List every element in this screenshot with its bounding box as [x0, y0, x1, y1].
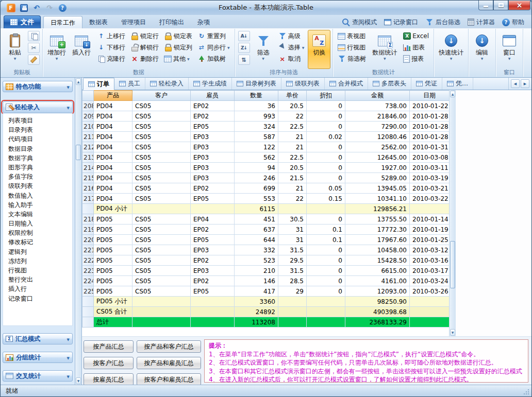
cell-employee[interactable] [191, 204, 235, 214]
undo-button[interactable] [31, 3, 42, 13]
insert-row-button[interactable]: 插入行 [70, 30, 93, 69]
sidebar-item[interactable]: 记录窗口 [3, 294, 72, 303]
by-product-summary-button[interactable]: 按产品汇总 [84, 340, 134, 353]
column-header-amount[interactable]: 金额 [345, 91, 410, 101]
sidebar-scroll-thumb[interactable] [76, 145, 81, 160]
sidebar-item[interactable]: 目录列表 [3, 125, 72, 134]
cell-unit-price[interactable]: 21.5 [278, 173, 307, 183]
cell-quantity[interactable]: 6115 [235, 204, 278, 214]
cell-date[interactable]: 2010-03-26 [410, 286, 450, 297]
cell-product[interactable]: PD04 小计 [94, 204, 132, 214]
cell-date[interactable] [410, 297, 450, 307]
ribbon-tab-manage-project[interactable]: 管理项目 [114, 16, 153, 28]
cell-customer[interactable]: CS05 [132, 132, 191, 142]
cell-discount[interactable] [307, 317, 345, 327]
cell-discount[interactable]: 0 [307, 266, 345, 276]
cell-date[interactable]: 2010-03-22 [410, 194, 450, 204]
cell-date[interactable]: 2010-01-28 [410, 111, 450, 122]
cell-amount[interactable]: 98250.90 [345, 297, 410, 307]
cell-quantity[interactable]: 562 [235, 152, 278, 163]
cell-employee[interactable]: EP05 [191, 286, 235, 297]
move-row-up-button[interactable]: 上移行 [95, 31, 127, 41]
cell-employee[interactable]: EP05 [191, 122, 235, 132]
sidebar-item[interactable]: 代码项目 [3, 134, 72, 144]
sidebar-item[interactable]: 图形字典 [3, 163, 72, 172]
cell-employee[interactable]: EP02 [191, 276, 235, 286]
cell-product[interactable]: PD04 [94, 194, 132, 204]
chart-button[interactable]: 图表 [402, 42, 430, 53]
table-view-button[interactable]: 表视图 [336, 31, 368, 41]
cell-date[interactable]: 2010-03-08 [410, 152, 450, 163]
close-button[interactable] [508, 1, 530, 10]
cell-unit-price[interactable]: 21 [278, 142, 307, 152]
row-number-cell[interactable]: 209 [82, 111, 94, 122]
file-menu-button[interactable]: 文件 [4, 15, 41, 28]
cell-customer[interactable] [132, 307, 191, 317]
sidebar-item[interactable]: 文本编辑 [3, 210, 72, 219]
delete-row-button[interactable]: 删除行 [129, 54, 160, 64]
column-header-discount[interactable]: 折扣 [307, 91, 345, 101]
move-row-down-button[interactable]: 下移行 [95, 42, 127, 53]
cell-quantity[interactable]: 332 [235, 245, 278, 255]
cell-amount[interactable]: 10458.00 [345, 245, 410, 255]
row-number-cell[interactable]: 212 [82, 142, 94, 152]
cell-customer[interactable]: CS05 [132, 173, 191, 183]
row-number-cell[interactable]: 215 [82, 173, 94, 183]
cell-quantity[interactable]: 24892 [235, 307, 278, 317]
cell-date[interactable]: 2010-03-16 [410, 255, 450, 266]
cell-unit-price[interactable]: 31 [278, 225, 307, 235]
cell-date[interactable]: 2010-03-12 [410, 245, 450, 255]
cell-employee[interactable]: EP03 [191, 163, 235, 173]
cell-unit-price[interactable] [278, 297, 307, 307]
resize-grip[interactable] [523, 388, 530, 395]
row-number-cell[interactable]: 220 [82, 235, 94, 245]
sort-descending-button[interactable] [238, 43, 250, 53]
cell-unit-price[interactable]: 22 [278, 111, 307, 122]
cell-employee[interactable]: EP04 [191, 214, 235, 225]
cell-discount[interactable]: 0.05 [307, 183, 345, 194]
cell-date[interactable]: 2010-01-28 [410, 122, 450, 132]
cell-date[interactable]: 2010-01-19 [410, 225, 450, 235]
cell-amount[interactable]: 17967.60 [345, 235, 410, 245]
cell-product[interactable]: PD04 [94, 183, 132, 194]
cell-customer[interactable]: CS05 [132, 276, 191, 286]
row-number-cell[interactable] [82, 297, 94, 307]
table-scroll-thumb[interactable] [450, 241, 455, 288]
cell-amount[interactable]: 12645.00 [345, 152, 410, 163]
sidebar-panel-features[interactable]: 特色功能 [3, 81, 73, 92]
cell-product[interactable]: 总计 [94, 317, 132, 327]
cell-date[interactable]: 2010-03-19 [410, 173, 450, 183]
cell-quantity[interactable]: 417 [235, 286, 278, 297]
cell-discount[interactable]: 0 [307, 245, 345, 255]
doc-tab-employees[interactable]: 员工 [114, 78, 145, 90]
cell-unit-price[interactable] [278, 204, 307, 214]
cell-date[interactable]: 2010-03-17 [410, 266, 450, 276]
cell-date[interactable]: 2010-01-25 [410, 235, 450, 245]
cell-amount[interactable]: 12080.46 [345, 132, 410, 142]
row-number-cell[interactable]: 208 [82, 101, 94, 111]
row-number-cell[interactable]: 217 [82, 194, 94, 204]
cell-date[interactable]: 2010-01-22 [410, 101, 450, 111]
cell-quantity[interactable]: 637 [235, 225, 278, 235]
save-button[interactable] [19, 3, 29, 13]
unlock-row-button[interactable]: 解锁行 [129, 42, 160, 53]
cell-product[interactable]: PD04 [94, 111, 132, 122]
sidebar-item[interactable]: 输入助手 [3, 200, 72, 210]
edit-button[interactable]: 编辑 [471, 30, 493, 69]
sidebar-scroll-down-button[interactable] [76, 377, 81, 384]
cell-amount[interactable]: 1927.00 [345, 163, 410, 173]
clone-row-button[interactable]: 克隆行 [95, 54, 127, 64]
load-tree-button[interactable]: 加载树 [196, 54, 231, 64]
cell-product[interactable]: PD04 [94, 142, 132, 152]
by-product-customer-summary-button[interactable]: 按产品和客户汇总 [137, 340, 201, 353]
row-number-cell[interactable] [82, 204, 94, 214]
cell-customer[interactable] [132, 317, 191, 327]
cell-product[interactable]: PD05 [94, 245, 132, 255]
cell-product[interactable]: PD05 小计 [94, 297, 132, 307]
cell-quantity[interactable]: 324 [235, 122, 278, 132]
cell-employee[interactable]: EP03 [191, 266, 235, 276]
doc-tab-orders[interactable]: 订单 [83, 78, 114, 90]
switch-mode-button[interactable]: 切换 [308, 30, 330, 69]
cell-quantity[interactable]: 699 [235, 183, 278, 194]
cell-product[interactable]: PD05 [94, 276, 132, 286]
